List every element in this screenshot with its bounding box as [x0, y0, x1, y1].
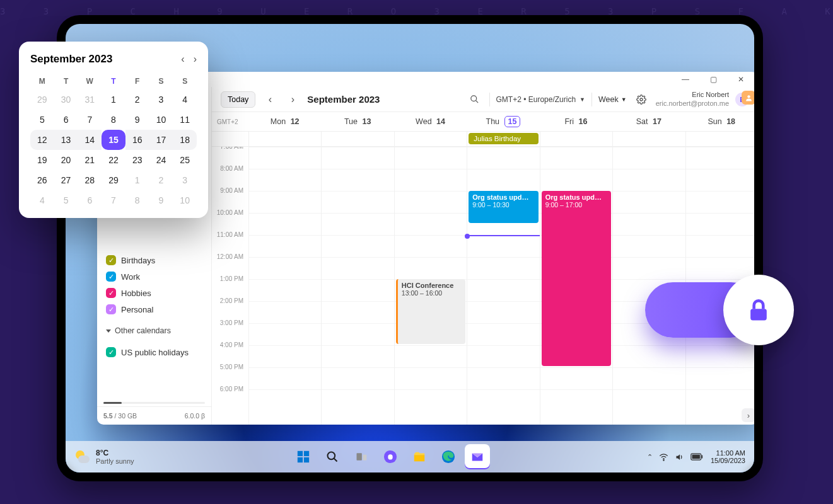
day-header[interactable]: Tue 13 — [321, 112, 393, 131]
search-button[interactable] — [320, 444, 345, 469]
month-picker-day[interactable]: 27 — [54, 170, 78, 190]
month-picker-day[interactable]: 26 — [30, 170, 54, 190]
today-button[interactable]: Today — [221, 91, 255, 108]
month-picker-day[interactable]: 7 — [102, 190, 125, 210]
month-picker-day[interactable]: 18 — [173, 130, 197, 150]
month-picker-day[interactable]: 22 — [102, 150, 125, 170]
month-picker-day[interactable]: 6 — [78, 190, 102, 210]
file-explorer-button[interactable] — [407, 444, 432, 469]
month-picker-day[interactable]: 5 — [30, 110, 54, 130]
taskbar-weather[interactable]: 8°C Partly sunny — [74, 449, 134, 465]
month-picker-day[interactable]: 8 — [125, 190, 149, 210]
allday-cell[interactable] — [685, 132, 754, 146]
month-picker-day[interactable]: 10 — [173, 190, 197, 210]
proton-calendar-button[interactable] — [465, 444, 490, 469]
day-header[interactable]: Wed 14 — [394, 112, 467, 131]
allday-cell[interactable] — [321, 132, 393, 146]
month-picker-day[interactable]: 21 — [78, 150, 102, 170]
edge-browser-button[interactable] — [436, 444, 461, 469]
month-picker-day[interactable]: 16 — [125, 130, 149, 150]
day-column[interactable]: Org status upd…9:00 – 10:30 — [467, 147, 539, 425]
month-picker-day[interactable]: 19 — [30, 150, 54, 170]
month-picker-day[interactable]: 3 — [173, 170, 197, 190]
month-picker-day[interactable]: 15 — [102, 130, 125, 150]
window-close-button[interactable]: ✕ — [728, 72, 754, 87]
month-picker-day[interactable]: 4 — [173, 89, 197, 110]
month-picker-day[interactable]: 2 — [149, 170, 173, 190]
month-picker-day[interactable]: 28 — [78, 170, 102, 190]
month-picker-day[interactable]: 24 — [149, 150, 173, 170]
day-column[interactable] — [321, 147, 393, 425]
contacts-panel-toggle[interactable] — [742, 91, 754, 105]
month-picker-day[interactable]: 30 — [54, 89, 78, 110]
month-picker-day[interactable]: 1 — [125, 170, 149, 190]
calendar-checkbox[interactable]: ✓ — [106, 347, 116, 357]
expand-panel-button[interactable]: › — [742, 408, 754, 422]
calendar-checkbox[interactable]: ✓ — [106, 288, 116, 298]
window-minimize-button[interactable]: ― — [672, 72, 699, 87]
allday-cell[interactable] — [612, 132, 685, 146]
allday-cell[interactable] — [394, 132, 467, 146]
month-next-button[interactable]: › — [194, 54, 197, 65]
month-picker-day[interactable]: 11 — [173, 110, 197, 130]
day-header[interactable]: Sun 18 — [685, 112, 754, 131]
timezone-selector[interactable]: GMT+2 • Europe/Zurich ▼ — [496, 95, 586, 104]
month-picker-day[interactable]: 1 — [102, 89, 125, 110]
calendar-event[interactable]: Org status upd…9:00 – 17:00 — [542, 191, 611, 366]
calendar-event[interactable]: HCI Conference13:00 – 16:00 — [396, 279, 465, 344]
allday-cell[interactable]: Julias Birthday — [467, 132, 539, 146]
month-picker-day[interactable]: 23 — [125, 150, 149, 170]
calendar-list-item[interactable]: ✓Personal — [97, 301, 211, 318]
month-picker-day[interactable]: 29 — [102, 170, 125, 190]
allday-cell[interactable] — [540, 132, 612, 146]
month-picker-day[interactable]: 5 — [54, 190, 78, 210]
start-button[interactable] — [291, 444, 316, 469]
month-picker-day[interactable]: 13 — [54, 130, 78, 150]
task-view-button[interactable] — [349, 444, 374, 469]
view-selector[interactable]: Week ▼ — [598, 95, 627, 104]
calendar-list-item[interactable]: ✓Work — [97, 268, 211, 285]
settings-icon[interactable] — [633, 91, 650, 108]
month-picker-day[interactable]: 17 — [149, 130, 173, 150]
day-header[interactable]: Mon 12 — [248, 112, 321, 131]
day-header[interactable]: Fri 16 — [540, 112, 612, 131]
search-icon[interactable] — [467, 91, 483, 108]
day-header[interactable]: Sat 17 — [612, 112, 685, 131]
month-picker-day[interactable]: 9 — [149, 190, 173, 210]
tray-chevron-icon[interactable]: ⌃ — [647, 453, 653, 461]
calendar-list-item[interactable]: ✓Birthdays — [97, 252, 211, 268]
calendar-list-item[interactable]: ✓US public holidays — [97, 344, 211, 360]
calendar-list-item[interactable]: ✓Hobbies — [97, 285, 211, 301]
month-picker-day[interactable]: 7 — [78, 110, 102, 130]
user-info[interactable]: Eric Norbert eric.norbert@proton.me — [656, 91, 729, 108]
day-column[interactable]: Org status upd…9:00 – 17:00 — [540, 147, 612, 425]
month-picker-day[interactable]: 3 — [149, 89, 173, 110]
month-picker-day[interactable]: 20 — [54, 150, 78, 170]
month-picker-day[interactable]: 4 — [30, 190, 54, 210]
calendar-checkbox[interactable]: ✓ — [106, 304, 116, 314]
wifi-icon[interactable] — [659, 452, 668, 462]
day-column[interactable] — [248, 147, 321, 425]
volume-icon[interactable] — [675, 452, 684, 462]
month-picker-day[interactable]: 8 — [102, 110, 125, 130]
month-picker-day[interactable]: 14 — [78, 130, 102, 150]
day-header[interactable]: Thu 15 — [467, 112, 539, 131]
chat-app-button[interactable] — [378, 444, 403, 469]
month-picker-day[interactable]: 29 — [30, 89, 54, 110]
prev-week-button[interactable]: ‹ — [262, 91, 278, 108]
month-picker-day[interactable]: 10 — [149, 110, 173, 130]
month-prev-button[interactable]: ‹ — [181, 54, 184, 65]
allday-cell[interactable] — [248, 132, 321, 146]
next-week-button[interactable]: › — [284, 91, 301, 108]
month-picker-day[interactable]: 2 — [125, 89, 149, 110]
taskbar-tray[interactable]: ⌃ 11:00 AM 15/09/2023 — [647, 449, 745, 464]
allday-event[interactable]: Julias Birthday — [469, 133, 538, 144]
calendar-checkbox[interactable]: ✓ — [106, 255, 116, 265]
month-picker-day[interactable]: 9 — [125, 110, 149, 130]
month-picker-day[interactable]: 12 — [30, 130, 54, 150]
window-maximize-button[interactable]: ▢ — [700, 72, 726, 87]
day-column[interactable]: HCI Conference13:00 – 16:00 — [394, 147, 467, 425]
calendar-checkbox[interactable]: ✓ — [106, 272, 116, 282]
calendar-event[interactable]: Org status upd…9:00 – 10:30 — [469, 191, 538, 223]
month-picker-grid[interactable]: MTWTFSS293031123456789101112131415161718… — [30, 73, 197, 210]
